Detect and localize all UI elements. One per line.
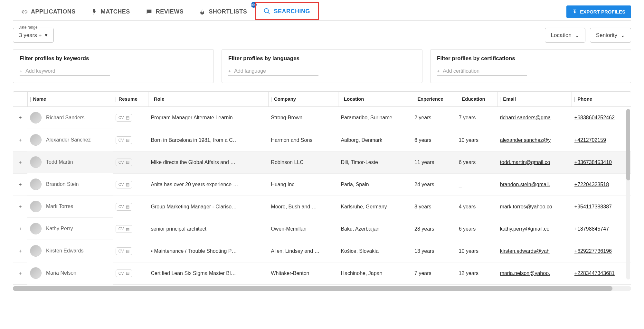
table-row[interactable]: +Todd MartinCV▤Mike directs the Global A… <box>13 151 631 173</box>
table-row[interactable]: +Richard SandersCV▤Program Manager Alter… <box>13 107 631 129</box>
document-icon: ▤ <box>126 160 129 165</box>
name-cell[interactable]: Alexander Sanchez <box>27 129 113 151</box>
role-cell: senior principal architect <box>148 218 268 240</box>
date-range-select[interactable]: Date range 3 years + ▾ <box>13 28 54 43</box>
phone-link[interactable]: +629227736196 <box>574 248 612 254</box>
filter-languages-input-wrap[interactable]: + <box>228 67 318 76</box>
column-header[interactable]: Resume <box>113 92 148 107</box>
column-header[interactable]: Location <box>338 92 412 107</box>
table-row[interactable]: +Mark TorresCV▤Group Marketing Manager -… <box>13 196 631 218</box>
column-header[interactable]: Role <box>148 92 268 107</box>
cv-chip[interactable]: CV▤ <box>116 225 132 233</box>
table-row[interactable]: +Alexander SanchezCV▤Born in Barcelona i… <box>13 129 631 151</box>
cv-chip[interactable]: CV▤ <box>116 181 132 188</box>
email-link[interactable]: richard.sanders@gma <box>500 115 551 120</box>
phone-link[interactable]: +4212702159 <box>574 137 606 143</box>
tab-shortlists[interactable]: SHORTLISTS99+ <box>191 3 255 20</box>
column-header[interactable]: Company <box>268 92 338 107</box>
phone-link[interactable]: +954117388387 <box>574 204 612 209</box>
education-cell: 6 years <box>456 151 497 173</box>
company-cell: Robinson LLC <box>268 151 338 173</box>
document-icon: ▤ <box>126 182 129 187</box>
company-cell: Owen-Mcmillan <box>268 218 338 240</box>
tab-label: SEARCHING <box>274 8 310 15</box>
name-cell[interactable]: Todd Martin <box>27 151 113 173</box>
name-cell[interactable]: Kirsten Edwards <box>27 240 113 262</box>
languages-input[interactable] <box>234 68 318 74</box>
cv-chip[interactable]: CV▤ <box>116 247 132 255</box>
expand-row-button[interactable]: + <box>13 173 27 196</box>
vertical-scrollbar-thumb[interactable] <box>626 109 630 180</box>
filter-keywords-input-wrap[interactable]: + <box>20 67 110 76</box>
phone-link[interactable]: +2283447343681 <box>574 270 615 276</box>
expand-row-button[interactable]: + <box>13 240 27 262</box>
resume-cell: CV▤ <box>113 129 148 151</box>
email-link[interactable]: todd.martin@gmail.co <box>500 160 550 165</box>
name-cell[interactable]: Richard Sanders <box>27 107 113 129</box>
name-cell[interactable]: Maria Nelson <box>27 262 113 284</box>
cv-chip[interactable]: CV▤ <box>116 114 132 122</box>
certifications-input[interactable] <box>443 68 527 74</box>
email-cell: maria.nelson@yahoo. <box>497 262 572 284</box>
cv-chip[interactable]: CV▤ <box>116 159 132 166</box>
expand-row-button[interactable]: + <box>13 129 27 151</box>
download-icon <box>572 9 577 15</box>
plus-icon: + <box>437 69 440 74</box>
table-row[interactable]: +Kirsten EdwardsCV▤• Maintenance / Troub… <box>13 240 631 262</box>
phone-link[interactable]: +18798845747 <box>574 226 609 232</box>
table-row[interactable]: +Maria NelsonCV▤Certified Lean Six Sigma… <box>13 262 631 284</box>
phone-link[interactable]: +6838604252462 <box>574 115 615 120</box>
tab-matches[interactable]: MATCHES <box>83 3 138 20</box>
column-header[interactable]: Name <box>27 92 113 107</box>
comment-icon <box>146 8 153 15</box>
phone-cell: +629227736196 <box>572 240 631 262</box>
export-profiles-button[interactable]: EXPORT PROFILES <box>566 5 631 18</box>
email-link[interactable]: mark.torres@yahoo.co <box>500 204 552 209</box>
vertical-scrollbar[interactable] <box>626 109 630 279</box>
name-cell[interactable]: Mark Torres <box>27 196 113 218</box>
email-link[interactable]: kathy.perry@gmail.co <box>500 226 550 232</box>
avatar <box>30 134 42 146</box>
phone-cell: +18798845747 <box>572 218 631 240</box>
filter-languages-card: Filter profiles by languages + <box>222 49 422 83</box>
horizontal-scrollbar-thumb[interactable] <box>13 286 612 291</box>
cv-chip[interactable]: CV▤ <box>116 270 132 277</box>
company-cell: Whitaker-Benton <box>268 262 338 284</box>
name-cell[interactable]: Brandon Stein <box>27 173 113 196</box>
cv-chip[interactable]: CV▤ <box>116 203 132 211</box>
filter-certifications-input-wrap[interactable]: + <box>437 67 527 76</box>
expand-row-button[interactable]: + <box>13 218 27 240</box>
keywords-input[interactable] <box>25 68 110 74</box>
resume-cell: CV▤ <box>113 151 148 173</box>
expand-row-button[interactable]: + <box>13 151 27 173</box>
expand-row-button[interactable]: + <box>13 262 27 284</box>
tab-label: SHORTLISTS <box>209 8 247 15</box>
email-link[interactable]: brandon.stein@gmail. <box>500 182 550 187</box>
seniority-dropdown[interactable]: Seniority ⌄ <box>590 28 631 43</box>
email-link[interactable]: alexander.sanchez@y <box>500 137 551 143</box>
email-link[interactable]: kirsten.edwards@yah <box>500 248 550 254</box>
table-row[interactable]: +Brandon SteinCV▤Anita has over 20 years… <box>13 173 631 196</box>
horizontal-scrollbar[interactable] <box>13 286 631 291</box>
phone-link[interactable]: +336738453410 <box>574 160 612 165</box>
email-link[interactable]: maria.nelson@yahoo. <box>500 270 550 276</box>
column-header[interactable]: Experience <box>412 92 456 107</box>
chevron-down-icon: ⌄ <box>620 32 625 39</box>
tab-reviews[interactable]: REVIEWS <box>138 3 192 20</box>
expand-row-button[interactable]: + <box>13 196 27 218</box>
cv-chip[interactable]: CV▤ <box>116 136 132 144</box>
role-cell: Program Manager Alternate Learnin… <box>148 107 268 129</box>
location-dropdown[interactable]: Location ⌄ <box>545 28 585 43</box>
role-cell: Certified Lean Six Sigma Master Bl… <box>148 262 268 284</box>
expand-row-button[interactable]: + <box>13 107 27 129</box>
tab-applications[interactable]: APPLICATIONS <box>13 3 83 20</box>
tab-searching[interactable]: SEARCHING <box>255 2 319 20</box>
resume-cell: CV▤ <box>113 173 148 196</box>
name-cell[interactable]: Kathy Perry <box>27 218 113 240</box>
column-header[interactable]: Education <box>456 92 497 107</box>
phone-link[interactable]: +72204323518 <box>574 182 609 187</box>
column-header[interactable]: Email <box>497 92 572 107</box>
table-row[interactable]: +Kathy PerryCV▤senior principal architec… <box>13 218 631 240</box>
location-cell: Dili, Timor-Leste <box>338 151 412 173</box>
column-header[interactable]: Phone <box>572 92 631 107</box>
